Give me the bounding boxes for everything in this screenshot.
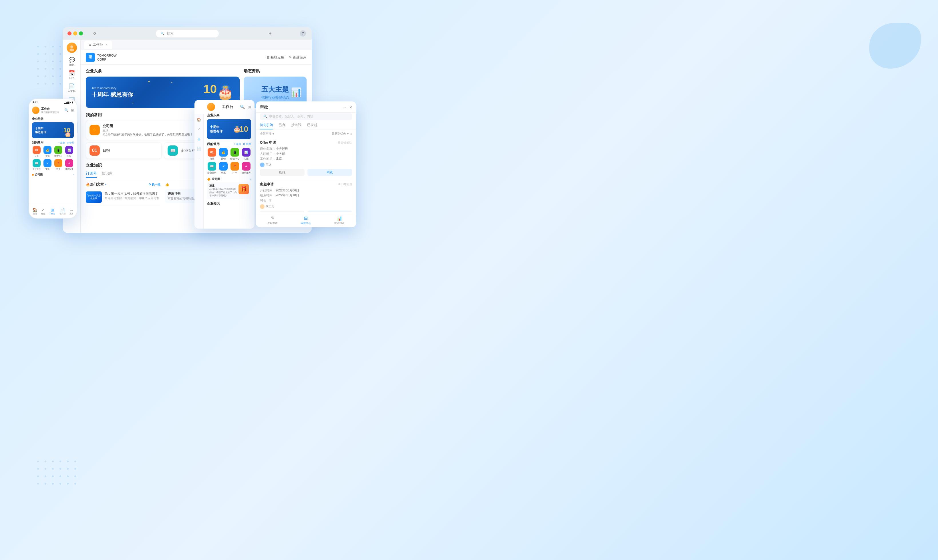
create-app-icon: ✎ [289, 55, 292, 59]
phone-app-approval[interactable]: ✓ 审批 [43, 159, 52, 171]
ap-filter-dept[interactable]: 全部审批 ▾ [260, 132, 274, 136]
phone-app-health[interactable]: + 健康服务 [65, 159, 74, 171]
ap-tab-cc[interactable]: 抄送我 [291, 123, 301, 129]
refresh-link[interactable]: ⟳ 换一批 [149, 183, 160, 186]
ap-travel-user: 李天天 [260, 204, 352, 209]
get-app-action[interactable]: ⊞ 获取应用 [267, 55, 284, 60]
article-item-1[interactable]: 飞书第一天必做的事 急，第一天用飞书，如何显得很老练？ 如何用飞书留下最好的第一… [86, 189, 160, 205]
ap-tab-initiated[interactable]: 已发起 [307, 123, 318, 129]
browser-search-bar[interactable]: 🔍 搜索 [156, 30, 219, 37]
ap-nav-stats[interactable]: 📊 统计报表 [334, 215, 345, 225]
history-icon[interactable]: ⟳ [93, 31, 97, 36]
banner-en: Tenth anniversary [91, 86, 133, 90]
ap-bottom-bar: ✎ 发起申请 ⊞ 审批中心 📊 统计报表 [256, 213, 356, 227]
tab-close-icon[interactable]: × [106, 43, 108, 46]
traffic-light-red[interactable] [68, 31, 71, 35]
workbench-header: 明 TOMORROW CORP ⊞ 获取应用 ✎ 创建应用 [81, 50, 312, 65]
search-icon: 🔍 [160, 32, 164, 35]
ap-nav-initiate[interactable]: ✎ 发起申请 [267, 215, 278, 225]
phone-nav-workbench[interactable]: ⊞ 工作台 [49, 208, 55, 215]
ap-offer-approve-btn[interactable]: 同意 [307, 169, 352, 176]
wp-add-link[interactable]: + 添加 [234, 142, 241, 146]
sidebar-item-messages[interactable]: 💬 消息 [65, 56, 78, 68]
help-button[interactable]: ? [300, 30, 306, 37]
circle-icon: 🔶 [89, 125, 100, 135]
phone-app-daily[interactable]: 01 日报 [32, 146, 41, 157]
wp-expense-label: 报销 [221, 157, 226, 160]
ap-close-button[interactable]: × [349, 105, 352, 110]
phone-app-report[interactable]: 📊 汇报 [65, 146, 74, 157]
wp-app-expense[interactable]: 💰 报销 [219, 148, 228, 160]
ap-search-bar[interactable]: 🔍 申请名称、发起人、编号、内容 [260, 112, 352, 120]
wp-manage-link[interactable]: ⚙ 管理 [243, 142, 251, 146]
workbench-nav-icon: ⊞ [51, 208, 54, 212]
phone-circle-chevron[interactable]: › [73, 174, 74, 176]
wp-app-approval[interactable]: ✓ 审批 [219, 162, 228, 174]
phone-nav-docs[interactable]: 📄 云文档 [60, 208, 65, 215]
hot-articles-chevron[interactable]: › [105, 183, 106, 186]
phone-my-common-title: 我的常用 [32, 141, 43, 145]
wp-sidebar-docs[interactable]: 📄 [196, 146, 202, 152]
ap-tab-pending[interactable]: 待办(10) [260, 123, 273, 129]
create-app-action[interactable]: ✎ 创建应用 [289, 55, 307, 60]
wp-sidebar-more[interactable]: ··· [196, 155, 202, 162]
ap-offer-user: 王冰 [260, 163, 352, 167]
wp-search-icon[interactable]: 🔍 [240, 105, 245, 109]
phone-grid-icon[interactable]: ⊞ [71, 108, 74, 112]
wp-app-checkin[interactable]: 📍 打卡 [230, 162, 240, 174]
article-title-1: 急，第一天用飞书，如何显得很老练？ [105, 191, 159, 196]
wp-header: 工作台 🔍 ⊞ [204, 100, 255, 111]
ap-sort-icon: ⊟ [350, 132, 352, 135]
wp-apps-grid: 01 日报 💰 报销 📱 移动中心 📊 汇报 📖 企业百科 [207, 148, 251, 174]
wp-app-daily[interactable]: 01 日报 [207, 148, 217, 160]
chart-icon-deco: 📊 [290, 87, 302, 98]
wp-app-mobile-center[interactable]: 📱 移动中心 [230, 148, 240, 160]
new-tab-button[interactable]: + [268, 31, 272, 37]
wp-grid-icon[interactable]: ⊞ [248, 105, 251, 109]
phone-app-expense[interactable]: 💰 报销 [43, 146, 52, 157]
sidebar-item-calendar[interactable]: 📅 日历 [65, 69, 78, 82]
workbench-tab[interactable]: ⊞ 工作台 × [84, 41, 112, 49]
logo-line2: CORP [97, 57, 117, 62]
sidebar-avatar[interactable] [66, 43, 77, 53]
phone-mobile-center-icon: 📱 [54, 146, 62, 154]
wp-circle-chevron[interactable]: › [250, 178, 251, 181]
phone-app-checkin[interactable]: 📍 打卡 [54, 159, 63, 171]
ap-travel-avatar [260, 204, 265, 209]
phone-banner-line2: 感恩有你 [35, 130, 46, 134]
wp-app-health[interactable]: + 健康服务 [241, 162, 251, 174]
ap-nav-center[interactable]: ⊞ 审批中心 [301, 215, 311, 225]
phone-health-icon: + [65, 159, 73, 167]
ap-travel-reject-btn[interactable]: 拒绝 [260, 211, 305, 212]
phone-nav-task[interactable]: ✓ 任务 [41, 208, 45, 215]
wp-sidebar-task[interactable]: ✓ [196, 126, 202, 132]
wp-circle-icon: 🔶 [207, 178, 210, 181]
sidebar-item-docs[interactable]: 📄 云文档 [65, 82, 78, 95]
ap-travel-approve-btn[interactable]: 同意 [307, 211, 352, 212]
ap-travel-title: 出差申请 [260, 182, 336, 187]
app-card-daily[interactable]: 01 日报 [86, 142, 162, 159]
wp-sidebar-workbench[interactable]: ⊞ [196, 136, 202, 142]
tab-label: 工作台 [93, 42, 103, 47]
phone-add-link[interactable]: + 添加 [58, 141, 65, 144]
phone-app-wiki[interactable]: 📖 企业百科 [32, 159, 41, 171]
wp-sidebar-home[interactable]: 🏠 [196, 117, 202, 123]
ap-tab-done[interactable]: 已办 [279, 123, 285, 129]
traffic-light-green[interactable] [79, 31, 83, 35]
tab-subscribe[interactable]: 订阅号 [86, 171, 97, 178]
phone-manage-link[interactable]: ⚙ 管理 [66, 141, 74, 144]
wp-app-report[interactable]: 📊 汇报 [241, 148, 251, 160]
phone-search-icon[interactable]: 🔍 [64, 108, 69, 112]
ap-title: 审批 [260, 105, 342, 110]
wp-app-wiki[interactable]: 📖 企业百科 [207, 162, 217, 174]
ap-filter-sort[interactable]: 最新到优先 ▾ ⊟ [332, 132, 352, 136]
ap-offer-reject-btn[interactable]: 拒绝 [260, 169, 305, 176]
phone-app-mobile-center[interactable]: 📱 移动中心 [54, 146, 63, 157]
phone-nav-more[interactable]: ··· 更多 [69, 208, 74, 215]
phone-daily-label: 日报 [35, 155, 39, 157]
ap-more-icon[interactable]: ··· [342, 105, 346, 110]
phone-nav-home[interactable]: 🏠 首页 [32, 208, 37, 215]
traffic-light-yellow[interactable] [73, 31, 77, 35]
tab-knowledge-base[interactable]: 知识库 [102, 171, 113, 178]
wifi-icon: ▾ [70, 101, 71, 104]
